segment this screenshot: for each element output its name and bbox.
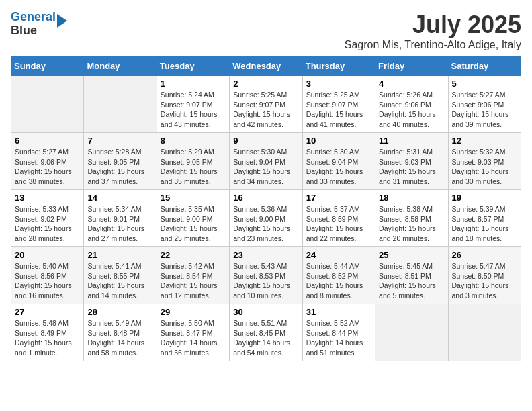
day-info: Sunrise: 5:36 AM Sunset: 9:00 PM Dayligh… (233, 204, 298, 244)
day-info: Sunrise: 5:50 AM Sunset: 8:47 PM Dayligh… (161, 318, 226, 358)
day-info: Sunrise: 5:27 AM Sunset: 9:06 PM Dayligh… (15, 147, 80, 187)
calendar-cell: 29Sunrise: 5:50 AM Sunset: 8:47 PM Dayli… (157, 304, 229, 361)
calendar-cell: 5Sunrise: 5:27 AM Sunset: 9:06 PM Daylig… (448, 76, 521, 133)
calendar-week-row: 27Sunrise: 5:48 AM Sunset: 8:49 PM Dayli… (11, 304, 521, 361)
calendar-cell: 18Sunrise: 5:38 AM Sunset: 8:58 PM Dayli… (375, 190, 448, 247)
day-number: 1 (161, 79, 226, 89)
calendar-week-row: 20Sunrise: 5:40 AM Sunset: 8:56 PM Dayli… (11, 247, 521, 304)
calendar-cell: 8Sunrise: 5:29 AM Sunset: 9:05 PM Daylig… (157, 133, 229, 190)
calendar-cell: 19Sunrise: 5:39 AM Sunset: 8:57 PM Dayli… (448, 190, 521, 247)
weekday-header-wednesday: Wednesday (230, 57, 302, 76)
day-info: Sunrise: 5:33 AM Sunset: 9:02 PM Dayligh… (15, 204, 80, 244)
calendar-cell: 13Sunrise: 5:33 AM Sunset: 9:02 PM Dayli… (11, 190, 84, 247)
day-number: 30 (233, 307, 298, 317)
calendar-cell: 20Sunrise: 5:40 AM Sunset: 8:56 PM Dayli… (11, 247, 84, 304)
day-number: 22 (161, 250, 226, 260)
weekday-header-monday: Monday (84, 57, 157, 76)
calendar-cell: 11Sunrise: 5:31 AM Sunset: 9:03 PM Dayli… (375, 133, 448, 190)
day-info: Sunrise: 5:45 AM Sunset: 8:51 PM Dayligh… (379, 261, 444, 301)
location-subtitle: Sagron Mis, Trentino-Alto Adige, Italy (345, 39, 521, 51)
day-number: 17 (306, 193, 371, 203)
calendar-cell (448, 304, 521, 361)
calendar-cell: 24Sunrise: 5:44 AM Sunset: 8:52 PM Dayli… (302, 247, 375, 304)
day-number: 9 (233, 136, 298, 146)
day-number: 5 (452, 79, 517, 89)
weekday-header-saturday: Saturday (448, 57, 521, 76)
day-info: Sunrise: 5:40 AM Sunset: 8:56 PM Dayligh… (15, 261, 80, 301)
day-info: Sunrise: 5:24 AM Sunset: 9:07 PM Dayligh… (161, 90, 226, 130)
day-info: Sunrise: 5:30 AM Sunset: 9:04 PM Dayligh… (233, 147, 298, 187)
day-number: 14 (87, 193, 152, 203)
day-info: Sunrise: 5:27 AM Sunset: 9:06 PM Dayligh… (452, 90, 517, 130)
day-info: Sunrise: 5:41 AM Sunset: 8:55 PM Dayligh… (87, 261, 152, 301)
day-number: 10 (306, 136, 371, 146)
calendar-cell: 27Sunrise: 5:48 AM Sunset: 8:49 PM Dayli… (11, 304, 84, 361)
day-number: 6 (15, 136, 80, 146)
day-info: Sunrise: 5:48 AM Sunset: 8:49 PM Dayligh… (15, 318, 80, 358)
day-number: 19 (452, 193, 517, 203)
calendar-table: SundayMondayTuesdayWednesdayThursdayFrid… (11, 56, 521, 361)
day-info: Sunrise: 5:51 AM Sunset: 8:45 PM Dayligh… (233, 318, 298, 358)
calendar-cell: 3Sunrise: 5:25 AM Sunset: 9:07 PM Daylig… (302, 76, 375, 133)
calendar-week-row: 13Sunrise: 5:33 AM Sunset: 9:02 PM Dayli… (11, 190, 521, 247)
calendar-cell: 26Sunrise: 5:47 AM Sunset: 8:50 PM Dayli… (448, 247, 521, 304)
calendar-cell (11, 76, 84, 133)
day-number: 8 (161, 136, 226, 146)
day-info: Sunrise: 5:44 AM Sunset: 8:52 PM Dayligh… (306, 261, 371, 301)
calendar-cell: 1Sunrise: 5:24 AM Sunset: 9:07 PM Daylig… (157, 76, 229, 133)
day-info: Sunrise: 5:35 AM Sunset: 9:00 PM Dayligh… (161, 204, 226, 244)
month-title: July 2025 (345, 11, 521, 39)
calendar-cell: 31Sunrise: 5:52 AM Sunset: 8:44 PM Dayli… (302, 304, 375, 361)
day-number: 23 (233, 250, 298, 260)
calendar-cell: 25Sunrise: 5:45 AM Sunset: 8:51 PM Dayli… (375, 247, 448, 304)
day-info: Sunrise: 5:32 AM Sunset: 9:03 PM Dayligh… (452, 147, 517, 187)
day-number: 2 (233, 79, 298, 89)
calendar-cell: 2Sunrise: 5:25 AM Sunset: 9:07 PM Daylig… (230, 76, 302, 133)
day-number: 11 (379, 136, 444, 146)
calendar-cell: 14Sunrise: 5:34 AM Sunset: 9:01 PM Dayli… (84, 190, 157, 247)
day-info: Sunrise: 5:30 AM Sunset: 9:04 PM Dayligh… (306, 147, 371, 187)
day-number: 13 (15, 193, 80, 203)
day-info: Sunrise: 5:43 AM Sunset: 8:53 PM Dayligh… (233, 261, 298, 301)
day-info: Sunrise: 5:25 AM Sunset: 9:07 PM Dayligh… (233, 90, 298, 130)
day-number: 27 (15, 307, 80, 317)
logo-text: General Blue (11, 11, 56, 38)
weekday-header-sunday: Sunday (11, 57, 84, 76)
calendar-cell: 4Sunrise: 5:26 AM Sunset: 9:06 PM Daylig… (375, 76, 448, 133)
day-number: 31 (306, 307, 371, 317)
day-info: Sunrise: 5:42 AM Sunset: 8:54 PM Dayligh… (161, 261, 226, 301)
calendar-week-row: 6Sunrise: 5:27 AM Sunset: 9:06 PM Daylig… (11, 133, 521, 190)
calendar-cell: 7Sunrise: 5:28 AM Sunset: 9:05 PM Daylig… (84, 133, 157, 190)
day-info: Sunrise: 5:26 AM Sunset: 9:06 PM Dayligh… (379, 90, 444, 130)
calendar-cell: 21Sunrise: 5:41 AM Sunset: 8:55 PM Dayli… (84, 247, 157, 304)
calendar-cell: 30Sunrise: 5:51 AM Sunset: 8:45 PM Dayli… (230, 304, 302, 361)
day-number: 16 (233, 193, 298, 203)
day-info: Sunrise: 5:34 AM Sunset: 9:01 PM Dayligh… (87, 204, 152, 244)
day-number: 29 (161, 307, 226, 317)
calendar-cell (84, 76, 157, 133)
day-number: 15 (161, 193, 226, 203)
calendar-cell: 17Sunrise: 5:37 AM Sunset: 8:59 PM Dayli… (302, 190, 375, 247)
day-info: Sunrise: 5:49 AM Sunset: 8:48 PM Dayligh… (87, 318, 152, 358)
day-number: 21 (87, 250, 152, 260)
day-number: 26 (452, 250, 517, 260)
calendar-cell: 23Sunrise: 5:43 AM Sunset: 8:53 PM Dayli… (230, 247, 302, 304)
calendar-cell: 6Sunrise: 5:27 AM Sunset: 9:06 PM Daylig… (11, 133, 84, 190)
day-info: Sunrise: 5:37 AM Sunset: 8:59 PM Dayligh… (306, 204, 371, 244)
weekday-header-tuesday: Tuesday (157, 57, 229, 76)
logo: General Blue (11, 11, 67, 38)
calendar-cell: 22Sunrise: 5:42 AM Sunset: 8:54 PM Dayli… (157, 247, 229, 304)
day-info: Sunrise: 5:31 AM Sunset: 9:03 PM Dayligh… (379, 147, 444, 187)
calendar-cell: 12Sunrise: 5:32 AM Sunset: 9:03 PM Dayli… (448, 133, 521, 190)
weekday-header-friday: Friday (375, 57, 448, 76)
day-number: 20 (15, 250, 80, 260)
calendar-cell: 16Sunrise: 5:36 AM Sunset: 9:00 PM Dayli… (230, 190, 302, 247)
calendar-cell (375, 304, 448, 361)
calendar-cell: 15Sunrise: 5:35 AM Sunset: 9:00 PM Dayli… (157, 190, 229, 247)
page-header: General Blue July 2025 Sagron Mis, Trent… (11, 11, 521, 51)
day-info: Sunrise: 5:39 AM Sunset: 8:57 PM Dayligh… (452, 204, 517, 244)
day-number: 3 (306, 79, 371, 89)
day-info: Sunrise: 5:47 AM Sunset: 8:50 PM Dayligh… (452, 261, 517, 301)
day-info: Sunrise: 5:52 AM Sunset: 8:44 PM Dayligh… (306, 318, 371, 358)
day-number: 7 (87, 136, 152, 146)
